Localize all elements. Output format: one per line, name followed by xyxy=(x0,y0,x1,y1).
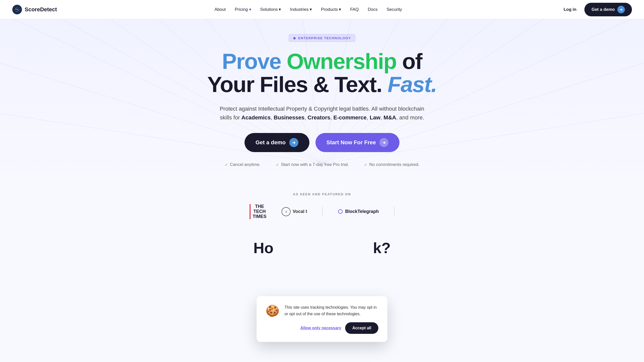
arrow-right-icon: ➔ xyxy=(379,138,388,147)
featured-logos: THETECHTIMES ♬ Vocal t ⬡ BlockTelegraph xyxy=(12,204,632,219)
vocal-icon: ♬ xyxy=(281,207,291,216)
logo-divider-2 xyxy=(394,207,394,217)
logo-icon xyxy=(12,5,22,15)
logo-divider xyxy=(322,207,323,217)
cookie-buttons: Allow only necessary Accept all xyxy=(266,322,378,334)
title-prove: Prove xyxy=(222,49,287,74)
assurance-cancel: ✓ Cancel anytime. xyxy=(225,162,261,167)
arrow-right-icon: ➔ xyxy=(617,6,625,13)
nav-right: Log in Get a demo ➔ xyxy=(559,3,632,16)
blocktelegraph-icon: ⬡ xyxy=(338,208,343,215)
assurance-commitment: ✓ No commitments required. xyxy=(364,162,419,167)
arrow-right-icon: ➔ xyxy=(289,138,298,147)
pricing-dot xyxy=(249,9,251,10)
logo-vocal: ♬ Vocal t xyxy=(281,207,307,216)
demo-button-nav[interactable]: Get a demo ➔ xyxy=(584,3,632,16)
featured-label: AS SEEN AND FEATURED ON xyxy=(12,192,632,196)
hero-buttons: Get a demo ➔ Start Now For Free ➔ xyxy=(171,133,473,152)
assurance-trial: ✓ Start now with a 7-day free Pro trial. xyxy=(276,162,349,167)
nav-security[interactable]: Security xyxy=(383,5,406,14)
logo-blocktelegraph: ⬡ BlockTelegraph xyxy=(338,208,379,215)
title-your-files: Your Files & Text. xyxy=(207,72,388,97)
hero-section: ◆ ENTERPRISE TECHNOLOGY Prove Ownership … xyxy=(0,19,644,182)
nav-pricing[interactable]: Pricing xyxy=(231,5,255,14)
how-section: How Does It Work? xyxy=(0,229,644,262)
enterprise-badge: ◆ ENTERPRISE TECHNOLOGY xyxy=(289,34,355,42)
login-button[interactable]: Log in xyxy=(559,5,580,14)
accept-all-button[interactable]: Accept all xyxy=(345,322,378,334)
how-title: How Does It Work? xyxy=(12,239,632,257)
logo-tech-times: THETECHTIMES xyxy=(250,204,266,219)
get-demo-button[interactable]: Get a demo ➔ xyxy=(245,133,309,152)
hero-content: ◆ ENTERPRISE TECHNOLOGY Prove Ownership … xyxy=(171,34,473,167)
logo[interactable]: ScoreDetect xyxy=(12,5,57,15)
featured-section: AS SEEN AND FEATURED ON THETECHTIMES ♬ V… xyxy=(0,182,644,229)
cookie-icon: 🍪 xyxy=(266,304,279,317)
navbar: ScoreDetect About Pricing Solutions ▾ In… xyxy=(0,0,644,19)
title-of: of xyxy=(396,49,422,74)
hero-assurances: ✓ Cancel anytime. ✓ Start now with a 7-d… xyxy=(171,162,473,167)
hero-title: Prove Ownership of Your Files & Text. Fa… xyxy=(171,50,473,96)
nav-solutions[interactable]: Solutions ▾ xyxy=(257,5,285,14)
nav-products[interactable]: Products ▾ xyxy=(317,5,345,14)
cookie-text: This site uses tracking technologies. Yo… xyxy=(285,304,378,317)
chevron-down-icon: ▾ xyxy=(310,7,312,12)
diamond-icon: ◆ xyxy=(293,36,296,40)
logo-text: ScoreDetect xyxy=(25,6,57,13)
cookie-header: 🍪 This site uses tracking technologies. … xyxy=(266,304,378,317)
nav-about[interactable]: About xyxy=(211,5,229,14)
nav-docs[interactable]: Docs xyxy=(364,5,381,14)
title-ownership: Ownership xyxy=(287,49,396,74)
check-icon: ✓ xyxy=(225,162,228,167)
check-icon: ✓ xyxy=(364,162,367,167)
nav-links: About Pricing Solutions ▾ Industries ▾ P… xyxy=(211,5,406,14)
title-fast: Fast. xyxy=(388,72,437,97)
cookie-banner: 🍪 This site uses tracking technologies. … xyxy=(257,296,387,342)
nav-industries[interactable]: Industries ▾ xyxy=(287,5,315,14)
nav-faq[interactable]: FAQ xyxy=(347,5,362,14)
start-free-button[interactable]: Start Now For Free ➔ xyxy=(315,133,400,152)
check-icon: ✓ xyxy=(276,162,279,167)
chevron-down-icon: ▾ xyxy=(339,7,341,12)
chevron-down-icon: ▾ xyxy=(279,7,281,12)
hero-subtitle: Protect against Intellectual Property & … xyxy=(219,104,425,122)
allow-necessary-button[interactable]: Allow only necessary xyxy=(300,326,341,330)
